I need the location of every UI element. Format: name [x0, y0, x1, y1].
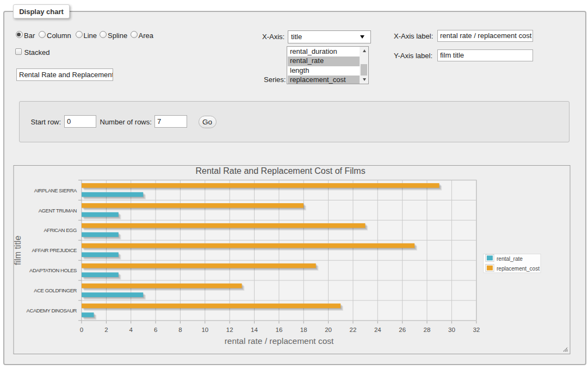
svg-text:4: 4	[129, 327, 133, 333]
svg-text:30: 30	[448, 327, 455, 333]
svg-text:AFFAIR PREJUDICE: AFFAIR PREJUDICE	[32, 247, 77, 253]
svg-text:18: 18	[300, 327, 307, 333]
svg-text:28: 28	[424, 327, 431, 333]
svg-text:12: 12	[226, 327, 233, 333]
svg-text:replacement_cost: replacement_cost	[497, 266, 540, 272]
svg-text:6: 6	[154, 327, 157, 333]
svg-text:AIRPLANE SIERRA: AIRPLANE SIERRA	[34, 187, 77, 193]
svg-text:14: 14	[251, 327, 258, 333]
svg-text:ADAPTATION HOLES: ADAPTATION HOLES	[29, 267, 77, 273]
svg-text:rental rate / replacement cost: rental rate / replacement cost	[225, 336, 334, 346]
svg-text:32: 32	[473, 327, 480, 333]
svg-text:rental_rate: rental_rate	[497, 256, 523, 262]
svg-text:22: 22	[350, 327, 357, 333]
svg-text:24: 24	[374, 327, 381, 333]
svg-text:2: 2	[104, 327, 108, 333]
svg-text:0: 0	[80, 327, 83, 333]
svg-text:16: 16	[276, 327, 283, 333]
svg-text:8: 8	[178, 327, 182, 333]
svg-text:ACADEMY DINOSAUR: ACADEMY DINOSAUR	[27, 308, 77, 313]
svg-text:20: 20	[325, 327, 332, 333]
svg-text:Rental Rate and Replacement Co: Rental Rate and Replacement Cost of Film…	[196, 166, 366, 175]
svg-text:AFRICAN EGG: AFRICAN EGG	[44, 227, 77, 233]
svg-text:AGENT TRUMAN: AGENT TRUMAN	[39, 208, 77, 214]
svg-text:26: 26	[399, 327, 406, 333]
svg-text:film title: film title	[13, 236, 22, 265]
svg-text:10: 10	[201, 327, 208, 333]
svg-text:ACE GOLDFINGER: ACE GOLDFINGER	[34, 287, 77, 293]
